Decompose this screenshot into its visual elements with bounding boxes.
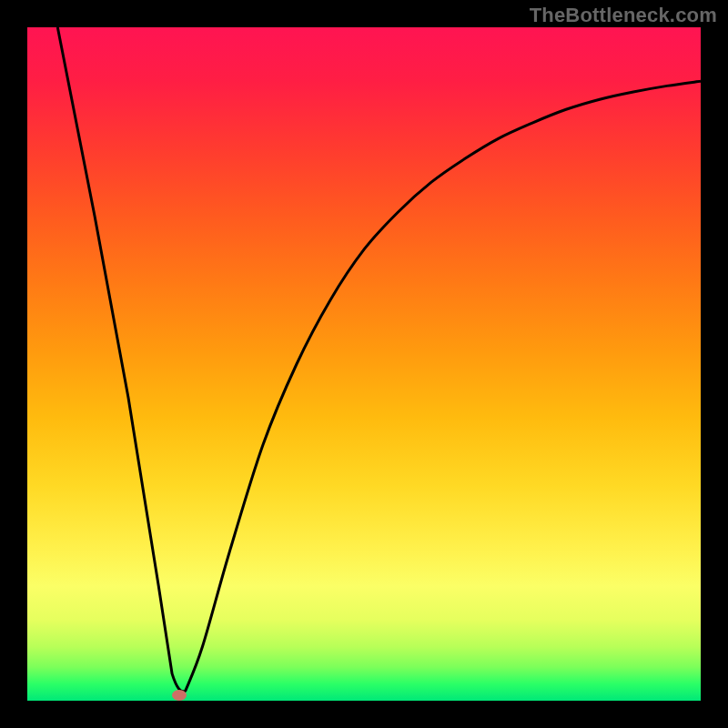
chart-frame: TheBottleneck.com	[0, 0, 728, 728]
watermark-text: TheBottleneck.com	[530, 4, 717, 27]
bottleneck-curve	[27, 27, 701, 701]
curve-path	[57, 27, 701, 692]
plot-area	[27, 27, 701, 701]
optimal-marker	[172, 690, 187, 701]
